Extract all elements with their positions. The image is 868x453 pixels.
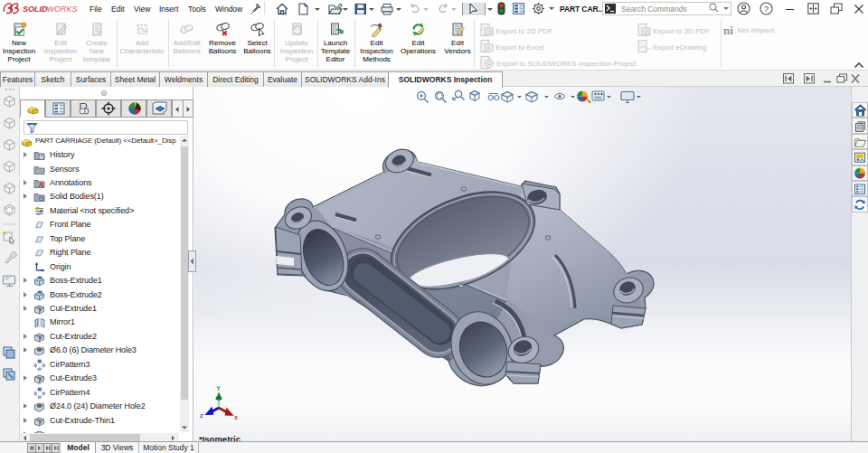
svg-text:*Isometric: *Isometric — [199, 434, 241, 441]
svg-text:Y: Y — [216, 385, 221, 392]
svg-text:SOLID: SOLID — [23, 5, 48, 14]
svg-text:?: ? — [764, 5, 769, 14]
svg-text:z: z — [200, 412, 203, 419]
svg-text:WORKS: WORKS — [47, 5, 78, 14]
svg-text:2D: 2D — [486, 29, 494, 35]
svg-text:R: R — [97, 30, 101, 35]
svg-text:3D: 3D — [643, 29, 651, 35]
svg-text:x: x — [234, 414, 238, 420]
